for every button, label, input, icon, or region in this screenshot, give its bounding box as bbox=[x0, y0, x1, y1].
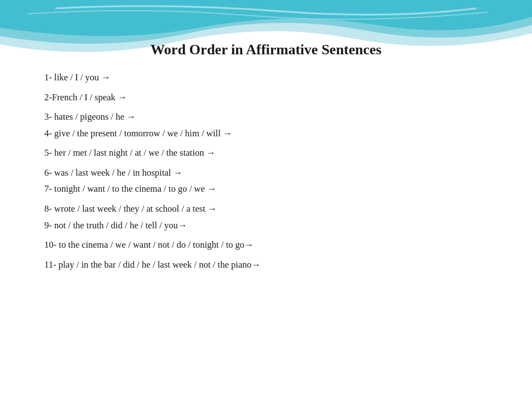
sentence-item-9: 9- not / the truth / did / he / tell / y… bbox=[44, 218, 488, 233]
sentence-item-6: 6- was / last week / he / in hospital → bbox=[44, 166, 488, 180]
page-title: Word Order in Affirmative Sentences bbox=[44, 42, 488, 58]
sentence-item-3: 3- hates / pigeons / he → bbox=[44, 110, 488, 124]
sentence-item-11: 11- play / in the bar / did / he / last … bbox=[44, 258, 488, 272]
main-content: Word Order in Affirmative Sentences 1- l… bbox=[0, 0, 532, 285]
sentence-item-1: 1- like / I / you → bbox=[44, 70, 488, 85]
sentence-list: 1- like / I / you →2-French / I / speak … bbox=[44, 70, 488, 272]
sentence-item-5: 5- her / met / last night / at / we / th… bbox=[44, 146, 488, 160]
sentence-item-10: 10- to the cinema / we / want / not / do… bbox=[44, 238, 488, 252]
sentence-item-8: 8- wrote / last week / they / at school … bbox=[44, 202, 488, 216]
sentence-item-7: 7- tonight / want / to the cinema / to g… bbox=[44, 182, 488, 196]
sentence-item-2: 2-French / I / speak → bbox=[44, 90, 488, 105]
sentence-item-4: 4- give / the present / tomorrow / we / … bbox=[44, 126, 488, 141]
